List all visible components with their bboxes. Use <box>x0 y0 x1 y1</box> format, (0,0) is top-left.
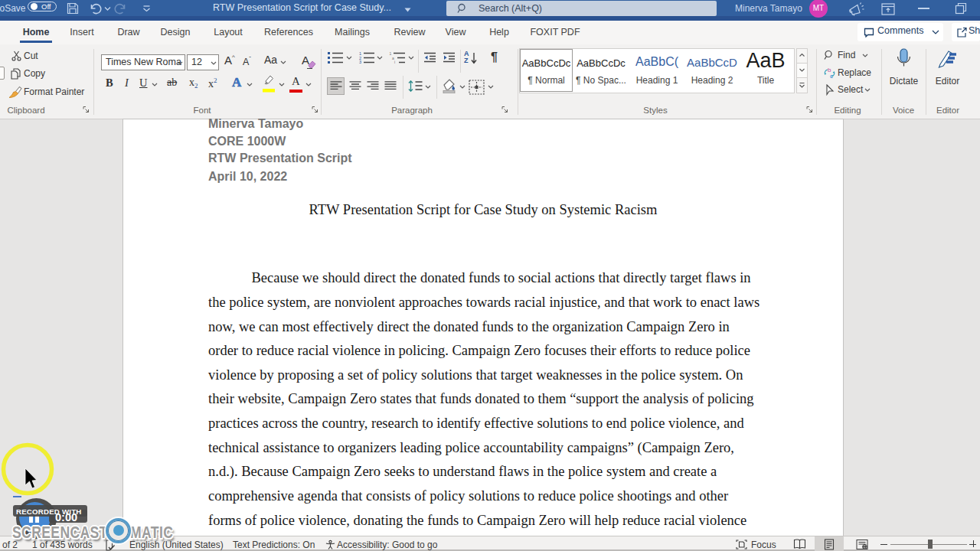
svg-text:3: 3 <box>359 60 361 64</box>
svg-text:i: i <box>394 60 395 64</box>
